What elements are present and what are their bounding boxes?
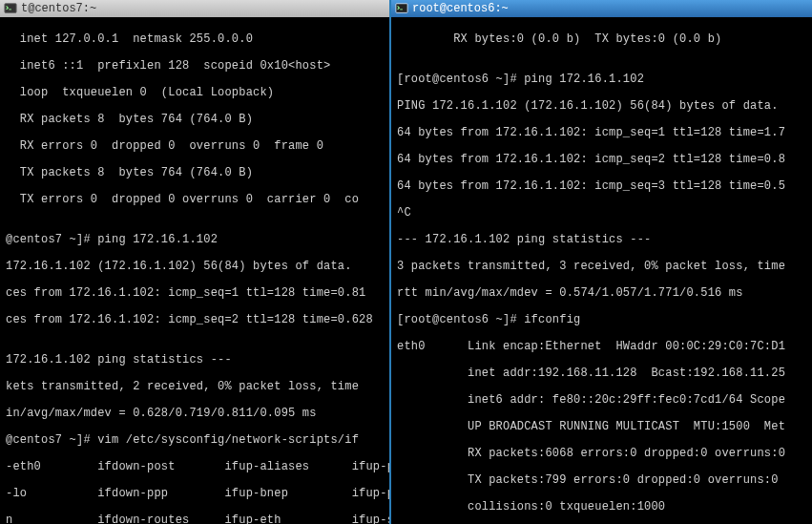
term-line: in/avg/max/mdev = 0.628/0.719/0.811/0.09…: [6, 407, 384, 420]
term-line: -eth0 ifdown-post ifup-aliases ifup-p: [6, 460, 384, 473]
term-line: -lo ifdown-ppp ifup-bnep ifup-p: [6, 487, 384, 500]
term-line: RX bytes:0 (0.0 b) TX bytes:0 (0.0 b): [397, 32, 806, 46]
titlebar-centos6[interactable]: root@centos6:~: [391, 0, 812, 17]
term-line: TX packets 8 bytes 764 (764.0 B): [6, 166, 384, 179]
term-line: RX packets:6068 errors:0 dropped:0 overr…: [397, 447, 806, 460]
term-line: @centos7 ~]# ping 172.16.1.102: [6, 233, 384, 246]
term-line: 172.16.1.102 ping statistics ---: [6, 353, 384, 367]
term-line: inet6 ::1 prefixlen 128 scopeid 0x10<hos…: [6, 59, 384, 73]
term-line: TX packets:799 errors:0 dropped:0 overru…: [397, 473, 806, 487]
svg-rect-2: [396, 4, 407, 13]
term-line: eth0 Link encap:Ethernet HWaddr 00:0C:29…: [397, 340, 806, 353]
screen: t@centos7:~ inet 127.0.0.1 netmask 255.0…: [0, 0, 812, 524]
terminal-body-centos6[interactable]: RX bytes:0 (0.0 b) TX bytes:0 (0.0 b) [r…: [391, 17, 812, 524]
term-line: --- 172.16.1.102 ping statistics ---: [397, 233, 806, 246]
term-line: RX packets 8 bytes 764 (764.0 B): [6, 113, 384, 126]
term-line: rtt min/avg/max/mdev = 0.574/1.057/1.771…: [397, 286, 806, 300]
term-line: [root@centos6 ~]# ifconfig: [397, 313, 806, 326]
term-line: PING 172.16.1.102 (172.16.1.102) 56(84) …: [397, 99, 806, 113]
term-line: 64 bytes from 172.16.1.102: icmp_seq=3 t…: [397, 179, 806, 193]
terminal-body-centos7[interactable]: inet 127.0.0.1 netmask 255.0.0.0 inet6 :…: [0, 17, 389, 524]
term-line: 64 bytes from 172.16.1.102: icmp_seq=2 t…: [397, 153, 806, 166]
terminal-pane-centos6[interactable]: root@centos6:~ RX bytes:0 (0.0 b) TX byt…: [391, 0, 812, 524]
term-line: ces from 172.16.1.102: icmp_seq=2 ttl=12…: [6, 313, 384, 326]
terminal-icon: [395, 2, 408, 15]
term-line: UP BROADCAST RUNNING MULTICAST MTU:1500 …: [397, 420, 806, 433]
term-line: RX errors 0 dropped 0 overruns 0 frame 0: [6, 139, 384, 153]
term-line: ^C: [397, 206, 806, 220]
term-line: ces from 172.16.1.102: icmp_seq=1 ttl=12…: [6, 286, 384, 300]
term-line: loop txqueuelen 0 (Local Loopback): [6, 86, 384, 99]
term-line: inet6 addr: fe80::20c:29ff:fec0:7cd1/64 …: [397, 393, 806, 407]
term-line: collisions:0 txqueuelen:1000: [397, 500, 806, 514]
term-line: kets transmitted, 2 received, 0% packet …: [6, 380, 384, 393]
titlebar-centos7[interactable]: t@centos7:~: [0, 0, 389, 17]
term-line: 3 packets transmitted, 3 received, 0% pa…: [397, 260, 806, 273]
term-line: inet 127.0.0.1 netmask 255.0.0.0: [6, 32, 384, 46]
term-line: 64 bytes from 172.16.1.102: icmp_seq=1 t…: [397, 126, 806, 139]
term-line: 172.16.1.102 (172.16.1.102) 56(84) bytes…: [6, 260, 384, 273]
svg-rect-0: [5, 4, 16, 13]
term-line: n ifdown-routes ifup-eth ifup-s: [6, 514, 384, 524]
term-line: TX errors 0 dropped 0 overruns 0 carrier…: [6, 193, 384, 206]
terminal-icon: [4, 2, 17, 15]
term-line: [root@centos6 ~]# ping 172.16.1.102: [397, 73, 806, 86]
titlebar-text-centos6: root@centos6:~: [412, 2, 509, 15]
term-line: @centos7 ~]# vim /etc/sysconfig/network-…: [6, 433, 384, 447]
terminal-pane-centos7[interactable]: t@centos7:~ inet 127.0.0.1 netmask 255.0…: [0, 0, 391, 524]
titlebar-text-centos7: t@centos7:~: [21, 2, 96, 15]
term-line: inet addr:192.168.11.128 Bcast:192.168.1…: [397, 367, 806, 380]
